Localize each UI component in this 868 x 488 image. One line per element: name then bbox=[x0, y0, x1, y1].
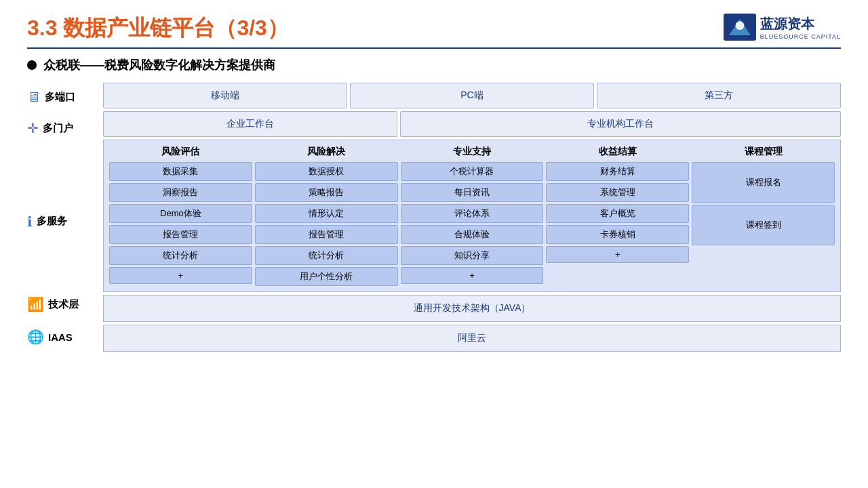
header-divider bbox=[27, 47, 841, 49]
label-menhu: ✛ 多门户 bbox=[27, 114, 95, 142]
svc-columns: 数据采集 洞察报告 Demo体验 报告管理 统计分析 + 数据授权 策略报告 情… bbox=[109, 162, 835, 286]
globe-icon: 🌐 bbox=[27, 329, 44, 345]
label-iaas: 🌐 IAAS bbox=[27, 322, 95, 352]
logo-icon bbox=[724, 14, 756, 41]
cell-zhuanye: 专业机构工作台 bbox=[400, 111, 841, 137]
logo-sub: BLUESOURCE CAPITAL bbox=[760, 33, 841, 40]
svc-headers: 风险评估 风险解决 专业支持 收益结算 课程管理 bbox=[109, 146, 835, 158]
iaas-row: 阿里云 bbox=[103, 325, 841, 352]
logo-text: 蓝源资本 bbox=[760, 15, 841, 33]
logo: 蓝源资本 BLUESOURCE CAPITAL bbox=[724, 14, 841, 41]
bullet-heading: 众税联——税费风险数字化解决方案提供商 bbox=[27, 57, 841, 73]
svc-cell: 卡券核销 bbox=[546, 225, 689, 244]
svc-cell: 数据授权 bbox=[255, 162, 398, 181]
svc-col-kecheng: 课程报名 课程签到 bbox=[692, 162, 835, 245]
cell-third: 第三方 bbox=[597, 83, 841, 108]
svc-cell: 知识分享 bbox=[401, 246, 544, 265]
svc-header-2: 专业支持 bbox=[401, 146, 544, 158]
page-title: 3.3 数据产业链平台（3/3） bbox=[27, 14, 289, 43]
svc-cell-kecheng-qiandao: 课程签到 bbox=[692, 205, 835, 245]
monitor-icon: 🖥 bbox=[27, 89, 41, 105]
portal-icon: ✛ bbox=[27, 120, 39, 136]
cell-qiye: 企业工作台 bbox=[103, 111, 397, 137]
logo-name-block: 蓝源资本 BLUESOURCE CAPITAL bbox=[760, 15, 841, 40]
svc-cell: 洞察报告 bbox=[109, 183, 252, 202]
label-fuwu: ℹ 多服务 bbox=[27, 142, 95, 287]
svc-cell: 情形认定 bbox=[255, 204, 398, 223]
svc-header-4: 课程管理 bbox=[692, 146, 835, 158]
svc-cell-plus: + bbox=[401, 267, 544, 284]
page-header: 3.3 数据产业链平台（3/3） 蓝源资本 BLUESOURCE CAPITAL bbox=[27, 14, 841, 43]
svc-cell: 评论体系 bbox=[401, 204, 544, 223]
bullet-dot bbox=[27, 60, 37, 70]
info-icon: ℹ bbox=[27, 214, 33, 230]
svc-cell-kecheng-baoming: 课程报名 bbox=[692, 162, 835, 203]
services-block: 风险评估 风险解决 专业支持 收益结算 课程管理 数据采集 洞察报告 Demo体… bbox=[103, 140, 841, 292]
svc-cell: 统计分析 bbox=[255, 246, 398, 265]
svc-cell-plus: + bbox=[109, 267, 252, 284]
wifi-icon: 📶 bbox=[27, 296, 44, 312]
svc-col-jiejue: 数据授权 策略报告 情形认定 报告管理 统计分析 用户个性分析 bbox=[255, 162, 398, 286]
bullet-text: 众税联——税费风险数字化解决方案提供商 bbox=[43, 57, 275, 73]
cell-yidong: 移动端 bbox=[103, 83, 347, 108]
svg-point-2 bbox=[735, 21, 744, 30]
svc-col-shouru: 财务结算 系统管理 客户概览 卡券核销 + bbox=[546, 162, 689, 286]
svc-cell: 客户概览 bbox=[546, 204, 689, 223]
left-labels: 🖥 多端口 ✛ 多门户 ℹ 多服务 📶 技术层 🌐 IAAS bbox=[27, 83, 95, 352]
svc-cell: 报告管理 bbox=[109, 225, 252, 244]
svc-col-fengxian: 数据采集 洞察报告 Demo体验 报告管理 统计分析 + bbox=[109, 162, 252, 286]
svc-cell: 统计分析 bbox=[109, 246, 252, 265]
svc-cell-plus: + bbox=[546, 246, 689, 263]
svc-cell: 系统管理 bbox=[546, 183, 689, 202]
svc-header-0: 风险评估 bbox=[109, 146, 252, 158]
tech-row: 通用开发技术架构（JAVA） bbox=[103, 295, 841, 322]
svc-cell: 财务结算 bbox=[546, 162, 689, 181]
svc-cell: 合规体验 bbox=[401, 225, 544, 244]
svc-header-3: 收益结算 bbox=[546, 146, 689, 158]
menhu-row: 企业工作台 专业机构工作台 bbox=[103, 111, 841, 137]
svc-cell: 数据采集 bbox=[109, 162, 252, 181]
duanduo-row: 移动端 PC端 第三方 bbox=[103, 83, 841, 108]
cell-pc: PC端 bbox=[350, 83, 594, 108]
svc-cell: 每日资讯 bbox=[401, 183, 544, 202]
svc-cell: 个税计算器 bbox=[401, 162, 544, 181]
label-tech: 📶 技术层 bbox=[27, 289, 95, 319]
svc-cell: 用户个性分析 bbox=[255, 267, 398, 286]
diagram-area: 移动端 PC端 第三方 企业工作台 专业机构工作台 风险评估 风险解决 专业支持… bbox=[103, 83, 841, 352]
svc-header-1: 风险解决 bbox=[255, 146, 398, 158]
svc-cell: Demo体验 bbox=[109, 204, 252, 223]
svc-col-zhicheng: 个税计算器 每日资讯 评论体系 合规体验 知识分享 + bbox=[401, 162, 544, 286]
label-duanduo: 🖥 多端口 bbox=[27, 83, 95, 111]
svc-cell: 策略报告 bbox=[255, 183, 398, 202]
svc-cell: 报告管理 bbox=[255, 225, 398, 244]
